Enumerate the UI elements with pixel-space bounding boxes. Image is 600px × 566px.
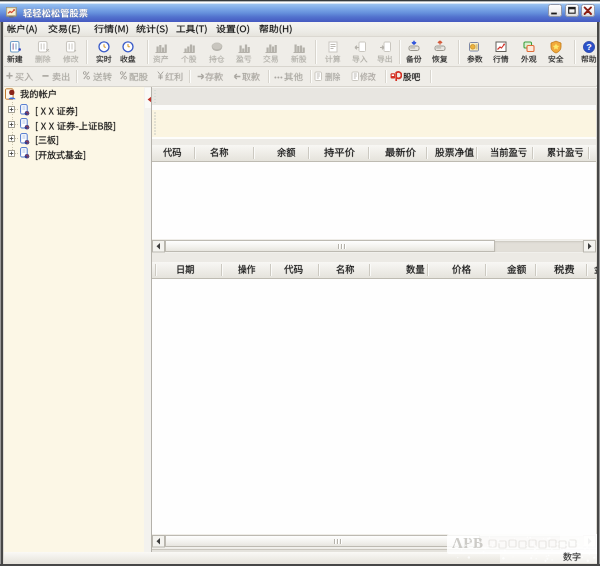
svg-text:?: ? — [586, 42, 592, 52]
